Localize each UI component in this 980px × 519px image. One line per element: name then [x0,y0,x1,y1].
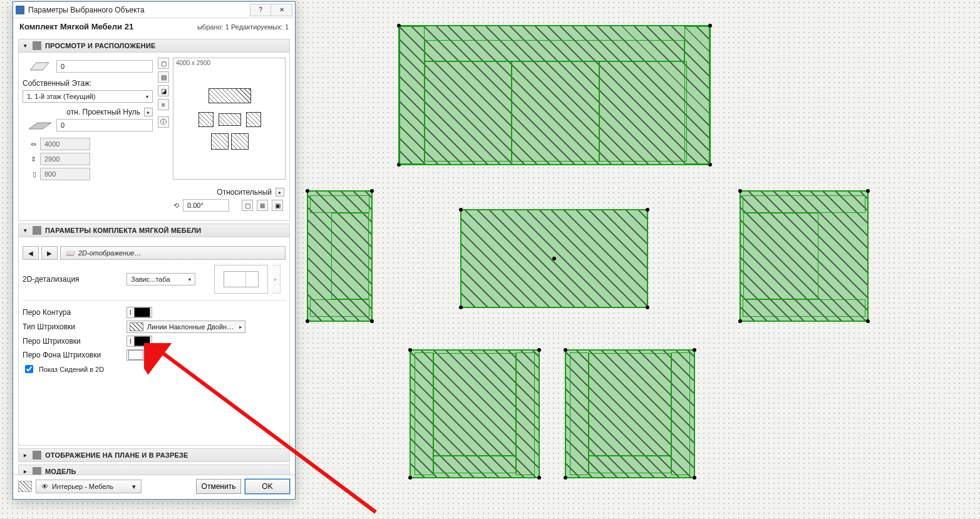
mirror-y-button[interactable]: ⊠ [257,200,268,211]
chevron-down-icon: ▾ [188,277,191,282]
home-story-dropdown[interactable]: 1. 1-й этаж (Текущий) ▾ [23,90,153,103]
furniture-armchair-right[interactable] [740,190,869,322]
section-title: МОДЕЛЬ [45,468,76,475]
panel-params: ◀ ▶ 📖 2D-отображение… 2D-детализация Зав… [18,237,290,446]
section-title: ОТОБРАЖЕНИЕ НА ПЛАНЕ И В РАЗРЕЗЕ [45,451,188,459]
eye-icon: 👁 [41,483,48,490]
view-mode-2[interactable]: ▤ [158,71,169,83]
plan-icon [33,451,41,460]
dim-z-icon: ▯ [23,168,36,180]
section-title: ПАРАМЕТРЫ КОМПЛЕКТА МЯГКОЙ МЕБЕЛИ [45,227,201,234]
dialog-title: Параметры Выбранного Объекта [28,6,246,14]
section-params-header[interactable]: ▾ ПАРАМЕТРЫ КОМПЛЕКТА МЯГКОЙ МЕБЕЛИ [18,224,290,237]
layer-icon [18,481,32,492]
elevation-field[interactable]: 0 [56,60,153,73]
angle-icon: ⟲ [165,199,179,212]
hatch-bg-pen-label: Перо Фона Штриховки [23,351,123,359]
detail-value: Завис...таба [131,275,170,283]
nav-page-dropdown[interactable]: 📖 2D-отображение… [60,246,286,260]
chevron-down-icon: ▾ [23,227,29,234]
chevron-down-icon: ▾ [132,483,136,491]
svg-marker-3 [29,123,51,129]
app-icon [16,6,24,14]
hatch-sample-icon [130,322,143,331]
subheader: Комплект Мягкой Мебели 21 ыбрано: 1 Реда… [13,18,295,36]
hatch-type-value: Линии Наклонные Двойные [147,323,235,331]
chevron-right-icon: ▸ [23,452,29,458]
section-preview-header[interactable]: ▾ ПРОСМОТР И РАСПОЛОЖЕНИЕ [18,39,290,53]
furniture-chair-left[interactable] [410,349,540,478]
dim-y-icon: ⇕ [23,153,36,165]
object-name: Комплект Мягкой Мебели 21 [19,22,133,31]
hatch-bg-pen-picker[interactable] [126,349,145,361]
furniture-armchair-left[interactable] [307,190,373,322]
hatch-type-label: Тип Штриховки [23,322,123,331]
furniture-chair-right[interactable] [565,349,695,478]
home-story-label: Собственный Этаж: [23,79,91,88]
mirror-z-button[interactable]: ▣ [272,200,283,211]
dialog-footer: 👁 Интерьер - Мебель ▾ Отменить OK [13,475,295,499]
hatch-pen-picker[interactable]: I [126,336,152,347]
nav-prev-button[interactable]: ◀ [23,246,39,260]
dim-x-field[interactable]: 4000 [40,138,90,150]
section-model-header[interactable]: ▸ МОДЕЛЬ [18,465,290,475]
close-button[interactable]: ✕ [271,4,292,16]
ok-button[interactable]: OK [245,479,290,494]
relative-label: Относительный [217,188,272,197]
detail-preview-next[interactable]: ▸ [272,265,281,294]
chevron-down-icon: ▾ [146,94,148,100]
model-icon [33,467,41,475]
cancel-button[interactable]: Отменить [196,479,241,494]
detail-label: 2D-детализация [23,275,123,284]
preview-icon [33,41,41,50]
titlebar[interactable]: Параметры Выбранного Объекта ? ✕ [13,2,295,18]
furniture-sofa[interactable] [398,25,711,165]
angle-field[interactable]: 0.00° [183,199,229,212]
object-settings-dialog: Параметры Выбранного Объекта ? ✕ Комплек… [13,1,296,500]
section-plan-header[interactable]: ▸ ОТОБРАЖЕНИЕ НА ПЛАНЕ И В РАЗРЕЗЕ [18,448,290,462]
mirror-x-button[interactable]: ▢ [242,200,253,211]
home-story-value: 1. 1-й этаж (Текущий) [27,93,95,100]
project-zero-label: отн. Проектный Нуль [66,108,140,116]
view-mode-5[interactable]: ⓘ [158,116,169,128]
contour-pen-picker[interactable]: I [126,307,152,318]
project-zero-icon [23,119,53,131]
nav-page-label: 2D-отображение… [78,249,141,257]
svg-marker-2 [30,63,49,70]
furniture-table[interactable] [460,209,648,308]
params-icon [33,226,41,235]
chevron-right-icon: ▸ [23,468,29,475]
show-seats-checkbox[interactable] [25,365,33,373]
detail-dropdown[interactable]: Завис...таба ▾ [126,273,195,285]
view-mode-3[interactable]: ◪ [158,85,169,96]
help-button[interactable]: ? [250,4,271,16]
project-zero-field[interactable]: 0 [56,119,153,131]
contour-pen-label: Перо Контура [23,308,123,317]
chevron-down-icon: ▾ [23,43,29,49]
book-icon: 📖 [66,249,75,257]
panel-preview: 0 Собственный Этаж: 1. 1-й этаж (Текущий… [18,53,290,221]
show-seats-label: Показ Сидений в 2D [39,366,104,373]
view-mode-1[interactable]: ▢ [158,58,169,69]
preview-thumbnail: 4000 x 2900 [173,58,286,180]
nav-next-button[interactable]: ▶ [41,246,58,260]
hatch-type-picker[interactable]: Линии Наклонные Двойные ▸ [126,321,245,333]
dim-x-icon: ⇔ [23,138,36,150]
hatch-pen-label: Перо Штриховки [23,337,123,346]
view-mode-4[interactable]: ≡ [158,99,169,110]
layer-dropdown[interactable]: 👁 Интерьер - Мебель ▾ [36,480,142,493]
chevron-right-icon: ▸ [239,324,242,330]
project-zero-popup[interactable]: ▸ [144,108,153,116]
dim-y-field[interactable]: 2900 [40,153,90,165]
detail-preview [214,265,268,294]
relative-popup[interactable]: ▸ [276,188,284,197]
layer-name: Интерьер - Мебель [52,483,113,490]
section-title: ПРОСМОТР И РАСПОЛОЖЕНИЕ [45,42,156,49]
dim-z-field[interactable]: 800 [40,168,90,180]
selection-status: ыбрано: 1 Редактируемых: 1 [197,23,289,31]
preview-dims: 4000 x 2900 [176,59,210,66]
elevation-icon [23,60,53,73]
